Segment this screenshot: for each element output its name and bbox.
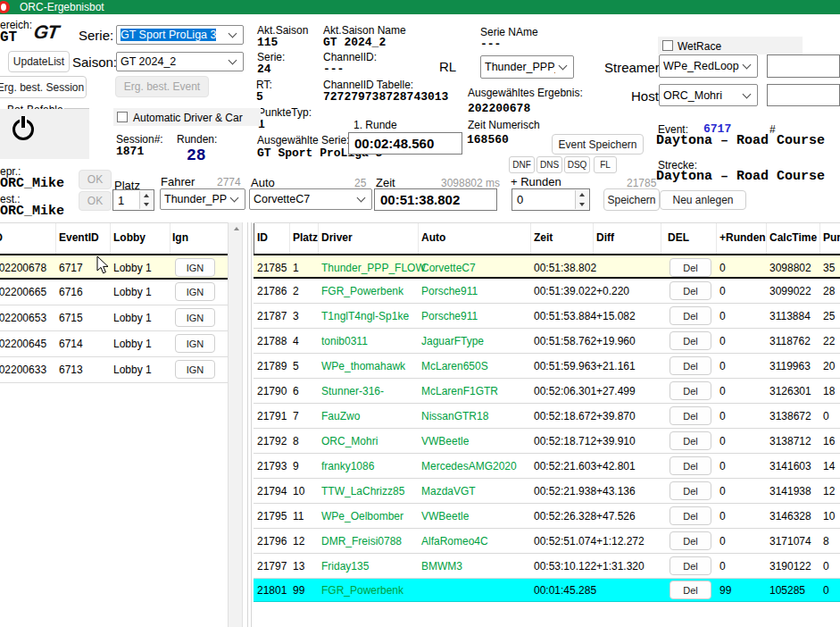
cell-driver: FauZwo bbox=[321, 410, 360, 422]
orc-ergebnisbot-window: ORC-Ergebnisbot ereich: GT GT Serie: GT … bbox=[0, 0, 840, 627]
del-button[interactable]: Del bbox=[670, 581, 711, 599]
wetrace-checkbox[interactable] bbox=[662, 40, 673, 51]
erg-best-session-button[interactable]: Erg. best. Session bbox=[0, 76, 87, 98]
cell-punkte: 28 bbox=[823, 285, 835, 297]
del-button[interactable]: Del bbox=[670, 556, 711, 575]
del-button[interactable]: Del bbox=[670, 481, 711, 500]
dnf-button[interactable]: DNF bbox=[509, 156, 535, 173]
del-button[interactable]: Del bbox=[670, 406, 711, 425]
saison-combobox[interactable]: GT 2024_2 bbox=[116, 52, 244, 71]
results-table: ID Platz Driver Auto Zeit Diff DEL +Rund… bbox=[254, 222, 840, 627]
cell-calctime: 3126301 bbox=[769, 385, 811, 397]
cell-lobby: Lobby 1 bbox=[113, 312, 152, 324]
zeit-input[interactable]: 00:51:38.802 bbox=[374, 188, 497, 211]
serie-combobox-value: GT Sport ProLiga 3 bbox=[121, 29, 216, 41]
del-button[interactable]: Del bbox=[670, 506, 711, 525]
cell-platz: 11 bbox=[293, 510, 304, 522]
automatic-driver-car-checkbox[interactable] bbox=[117, 112, 128, 122]
dns-button[interactable]: DNS bbox=[536, 156, 562, 173]
rl-combobox[interactable]: Thunder_PPP_FLOW bbox=[480, 55, 574, 79]
event-speichern-button[interactable]: Event Speichern bbox=[552, 134, 644, 155]
erg-best-event-button[interactable]: Erg. best. Event bbox=[115, 76, 209, 97]
result-row[interactable]: 2179511WPe_OelbomberVWBeetle00:52:26.328… bbox=[254, 504, 840, 529]
events-table-scrollbar[interactable] bbox=[228, 222, 243, 627]
cell-auto: MazdaVGT bbox=[421, 485, 476, 497]
ign-button[interactable]: IGN bbox=[175, 308, 215, 327]
ok-button-2[interactable]: OK bbox=[79, 191, 112, 211]
cell-id: 21788 bbox=[257, 335, 287, 347]
del-button[interactable]: Del bbox=[670, 258, 711, 277]
cell-runden: 0 bbox=[719, 385, 726, 397]
update-list-button[interactable]: UpdateList bbox=[8, 51, 70, 72]
dsq-button[interactable]: DSQ bbox=[564, 156, 590, 173]
plus-runden-stepper[interactable]: 0 bbox=[511, 188, 590, 211]
result-row[interactable]: 217873T1nglT4ngl-Sp1kePorsche91100:51:53… bbox=[254, 304, 840, 329]
ign-button[interactable]: IGN bbox=[175, 258, 215, 277]
splitter-line[interactable] bbox=[247, 222, 248, 627]
event-row[interactable]: 2022006536715Lobby 1IGN bbox=[0, 305, 228, 331]
channelid-value: --- bbox=[323, 63, 344, 76]
auto-combobox[interactable]: CorvetteC7 bbox=[249, 188, 372, 210]
event-row[interactable]: 2022006456714Lobby 1IGN bbox=[0, 331, 228, 357]
ok-button-1[interactable]: OK bbox=[79, 170, 112, 189]
speichern-button[interactable]: Speichern bbox=[603, 188, 660, 211]
event-row[interactable]: 2022006656716Lobby 1IGN bbox=[0, 280, 228, 305]
del-button[interactable]: Del bbox=[670, 531, 711, 550]
result-row[interactable]: 217895WPe_thomahawkMcLaren650S00:51:59.9… bbox=[254, 354, 840, 379]
result-row[interactable]: 2179410TTW_LaChrizz85MazdaVGT00:52:21.93… bbox=[254, 479, 840, 504]
zeit-label: Zeit bbox=[376, 176, 395, 189]
scroll-up-icon[interactable] bbox=[229, 227, 244, 230]
ign-button[interactable]: IGN bbox=[175, 360, 215, 379]
del-button[interactable]: Del bbox=[670, 331, 711, 350]
cell-runden: 99 bbox=[719, 584, 731, 597]
runden-label: Runden: bbox=[177, 133, 217, 146]
event-row[interactable]: 2022006786717Lobby 1IGN bbox=[0, 254, 228, 280]
del-button[interactable]: Del bbox=[670, 281, 711, 300]
result-row[interactable]: 217928ORC_MohriVWBeetle00:52:18.712+39.9… bbox=[254, 429, 840, 454]
title-bar[interactable]: ORC-Ergebnisbot bbox=[0, 0, 840, 14]
chevron-down-icon bbox=[743, 89, 752, 98]
result-row[interactable]: 2180199FGR_Powerbenk00:01:45.285Del99105… bbox=[254, 579, 840, 602]
del-button[interactable]: Del bbox=[670, 306, 711, 325]
ign-button[interactable]: IGN bbox=[175, 282, 215, 301]
result-row[interactable]: 217862FGR_PowerbenkPorsche91100:51:39.02… bbox=[254, 279, 840, 304]
host-label: Host bbox=[631, 88, 659, 104]
serie-nr-label: Serie: bbox=[257, 51, 285, 63]
cell-event-id: 6715 bbox=[59, 312, 83, 324]
rl-combobox-value: Thunder_PPP_FLOW bbox=[485, 61, 555, 73]
result-row[interactable]: 2179612DMR_Freisi0788AlfaRomeo4C00:52:51… bbox=[254, 529, 840, 554]
strecke-value: Daytona – Road Course bbox=[656, 169, 825, 184]
platz-stepper[interactable]: 1 bbox=[112, 189, 154, 211]
serie-combobox[interactable]: GT Sport ProLiga 3 bbox=[116, 25, 244, 45]
fl-button[interactable]: FL bbox=[594, 156, 617, 173]
cell-zeit: 00:01:45.285 bbox=[534, 584, 596, 597]
del-button[interactable]: Del bbox=[670, 431, 711, 450]
cell-id: 202200645 bbox=[0, 338, 46, 350]
erste-runde-input[interactable]: 00:02:48.560 bbox=[348, 132, 462, 155]
chevron-down-icon bbox=[229, 56, 237, 65]
result-row[interactable]: 217884tonib0311JaguarFType00:51:58.762+1… bbox=[254, 329, 840, 354]
host-extra-input[interactable] bbox=[767, 84, 840, 106]
cell-id: 21801 bbox=[257, 584, 287, 597]
neu-anlegen-button[interactable]: Neu anlegen bbox=[660, 190, 746, 210]
power-button-icon[interactable] bbox=[12, 116, 37, 141]
splitter-line[interactable] bbox=[251, 222, 252, 627]
cell-diff: +0.220 bbox=[596, 285, 629, 297]
result-row[interactable]: 217917FauZwoNissanGTR1800:52:18.672+39.8… bbox=[254, 404, 840, 429]
result-row[interactable]: 2179713Friday135BMWM300:53:10.122+1:31.3… bbox=[254, 554, 840, 579]
ign-button[interactable]: IGN bbox=[175, 334, 215, 353]
result-row[interactable]: 217939franky1086MercedesAMG202000:52:21.… bbox=[254, 454, 840, 479]
del-button[interactable]: Del bbox=[670, 356, 711, 375]
host-combobox[interactable]: ORC_Mohri bbox=[659, 84, 758, 106]
streamer-extra-input[interactable] bbox=[767, 54, 840, 78]
event-row[interactable]: 2022006336713Lobby 1IGN bbox=[0, 357, 228, 383]
result-row[interactable]: 217851Thunder_PPP_FLOWCorvetteC700:51:38… bbox=[254, 254, 840, 279]
result-row[interactable]: 217906Stunner-316-McLarenF1GTR00:52:06.3… bbox=[254, 379, 840, 404]
fahrer-combobox[interactable]: Thunder_PPP_ bbox=[160, 188, 245, 210]
del-button[interactable]: Del bbox=[670, 456, 711, 475]
akt-saison-name-value: GT 2024_2 bbox=[323, 36, 386, 49]
del-button[interactable]: Del bbox=[670, 381, 711, 400]
cell-id: 21795 bbox=[257, 510, 287, 522]
streamer-combobox[interactable]: WPe_RedLoop bbox=[659, 54, 758, 78]
cell-runden: 0 bbox=[719, 485, 726, 497]
